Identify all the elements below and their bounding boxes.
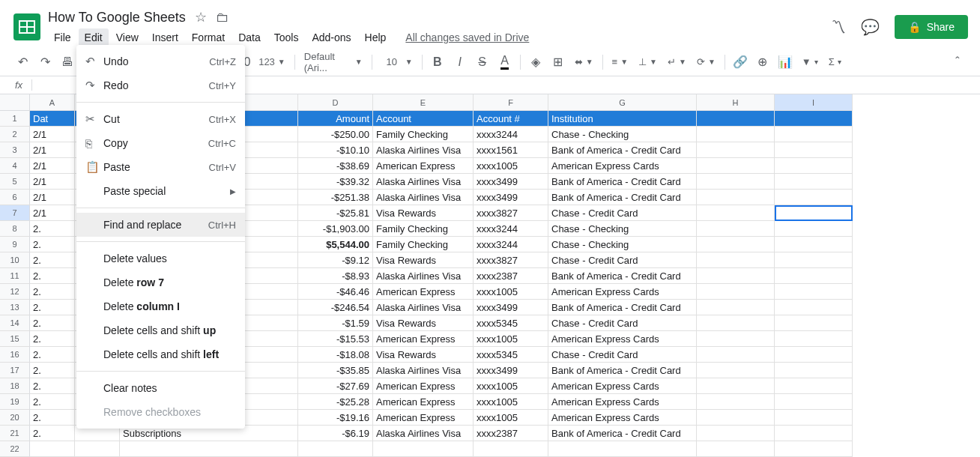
move-folder-icon[interactable]: 🗀 — [216, 10, 229, 25]
cell[interactable]: Alaska Airlines Visa — [373, 300, 474, 315]
col-header-G[interactable]: G — [548, 94, 697, 111]
cell[interactable] — [697, 174, 775, 190]
row-header[interactable]: 10 — [0, 252, 30, 268]
row-header[interactable]: 8 — [0, 221, 30, 237]
menu-item-undo[interactable]: ↶UndoCtrl+Z — [76, 49, 245, 73]
cell[interactable]: 2. — [30, 300, 75, 315]
redo-button[interactable]: ↷ — [34, 52, 55, 73]
menu-insert[interactable]: Insert — [146, 28, 184, 46]
cell[interactable]: 2/1 — [30, 127, 75, 142]
cell[interactable]: 2. — [30, 315, 75, 331]
row-header[interactable]: 19 — [0, 394, 30, 410]
cell[interactable]: xxxx1005 — [474, 378, 548, 394]
cell[interactable] — [775, 190, 853, 205]
row-header[interactable]: 22 — [0, 441, 30, 457]
cell[interactable]: 2. — [30, 426, 75, 441]
cell[interactable] — [120, 441, 298, 457]
cell[interactable]: American Express Cards — [548, 284, 697, 300]
cell[interactable] — [697, 237, 775, 252]
cell[interactable] — [697, 378, 775, 394]
cell[interactable]: xxxx1005 — [474, 158, 548, 174]
cell[interactable]: 2. — [30, 347, 75, 363]
cell[interactable]: 2. — [30, 410, 75, 426]
share-button[interactable]: 🔒 Share — [895, 15, 968, 39]
star-icon[interactable]: ☆ — [195, 9, 207, 25]
cell[interactable]: -$39.32 — [298, 174, 373, 190]
cell[interactable] — [697, 127, 775, 142]
cell[interactable]: xxxx3499 — [474, 174, 548, 190]
doc-title[interactable]: How To Google Sheets — [48, 10, 186, 25]
halign-button[interactable]: ≡▼ — [608, 53, 633, 70]
cell[interactable]: xxxx3244 — [474, 127, 548, 142]
cell[interactable]: Alaska Airlines Visa — [373, 363, 474, 378]
cell[interactable] — [775, 347, 853, 363]
cell[interactable] — [775, 142, 853, 158]
cell[interactable]: Bank of America - Credit Card — [548, 268, 697, 284]
cell[interactable]: Bank of America - Credit Card — [548, 174, 697, 190]
menu-item-find-and-replace[interactable]: Find and replaceCtrl+H — [76, 213, 245, 237]
menu-item-delete-cells-and-shift-left[interactable]: Delete cells and shift left — [76, 342, 245, 366]
cell[interactable]: American Express — [373, 394, 474, 410]
cell[interactable]: Visa Rewards — [373, 347, 474, 363]
menu-item-paste-special[interactable]: Paste special▶ — [76, 179, 245, 203]
row-header[interactable]: 12 — [0, 284, 30, 300]
cell[interactable]: 2. — [30, 284, 75, 300]
cell[interactable] — [775, 300, 853, 315]
row-header[interactable]: 14 — [0, 315, 30, 331]
row-header[interactable]: 16 — [0, 347, 30, 363]
cell[interactable]: 2. — [30, 363, 75, 378]
fill-color-button[interactable]: ◈ — [525, 52, 546, 73]
cell[interactable]: Chase - Credit Card — [548, 315, 697, 331]
cell[interactable]: xxxx1005 — [474, 410, 548, 426]
menu-help[interactable]: Help — [359, 28, 393, 46]
bold-button[interactable]: B — [427, 52, 448, 73]
row-header[interactable]: 13 — [0, 300, 30, 315]
cell[interactable]: American Express — [373, 331, 474, 347]
undo-button[interactable]: ↶ — [12, 52, 33, 73]
comment-button[interactable]: ⊕ — [752, 52, 773, 73]
cell[interactable]: -$15.53 — [298, 331, 373, 347]
cell[interactable] — [775, 394, 853, 410]
menu-format[interactable]: Format — [186, 28, 231, 46]
cell[interactable]: American Express — [373, 158, 474, 174]
rotate-button[interactable]: ⟳▼ — [692, 53, 720, 70]
cell[interactable] — [775, 315, 853, 331]
header-cell[interactable]: Dat — [30, 111, 75, 127]
cell[interactable]: 2. — [30, 378, 75, 394]
comments-icon[interactable]: 💬 — [861, 18, 880, 36]
font-select[interactable]: Default (Ari...▼ — [300, 48, 367, 76]
borders-button[interactable]: ⊞ — [548, 52, 569, 73]
cell[interactable] — [775, 441, 853, 457]
row-header[interactable]: 5 — [0, 174, 30, 190]
cell[interactable]: xxxx3499 — [474, 190, 548, 205]
cell[interactable]: Bank of America - Credit Card — [548, 142, 697, 158]
collapse-toolbar-button[interactable]: ˆ — [947, 52, 968, 73]
menu-edit[interactable]: Edit — [79, 28, 109, 46]
sheets-logo[interactable] — [12, 12, 42, 42]
cell[interactable]: Alaska Airlines Visa — [373, 174, 474, 190]
header-cell[interactable]: Amount — [298, 111, 373, 127]
cell[interactable]: Chase - Checking — [548, 237, 697, 252]
cell[interactable]: xxxx3499 — [474, 300, 548, 315]
menu-tools[interactable]: Tools — [268, 28, 305, 46]
col-header-D[interactable]: D — [298, 94, 373, 111]
cell[interactable]: Chase - Checking — [548, 221, 697, 237]
menu-view[interactable]: View — [110, 28, 145, 46]
cell[interactable]: 2. — [30, 331, 75, 347]
row-header[interactable]: 21 — [0, 426, 30, 441]
cell[interactable]: xxxx1561 — [474, 142, 548, 158]
menu-file[interactable]: File — [48, 28, 77, 46]
cell[interactable] — [775, 127, 853, 142]
cell[interactable] — [697, 284, 775, 300]
cell[interactable]: xxxx5345 — [474, 315, 548, 331]
cell[interactable] — [373, 441, 474, 457]
header-cell[interactable]: Account — [373, 111, 474, 127]
cell[interactable]: Family Checking — [373, 221, 474, 237]
cell[interactable]: xxxx1005 — [474, 331, 548, 347]
cell[interactable]: 2/1 — [30, 158, 75, 174]
cell[interactable]: Alaska Airlines Visa — [373, 426, 474, 441]
col-header-E[interactable]: E — [373, 94, 474, 111]
chart-button[interactable]: 📊 — [775, 52, 796, 73]
cell[interactable] — [775, 237, 853, 252]
cell[interactable] — [697, 363, 775, 378]
